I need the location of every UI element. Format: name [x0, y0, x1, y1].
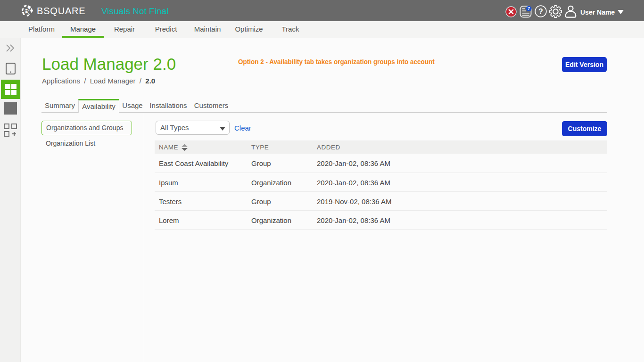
svg-text:B: B: [24, 7, 29, 16]
svg-text:?: ?: [538, 8, 543, 16]
svg-text:7: 7: [528, 6, 530, 11]
